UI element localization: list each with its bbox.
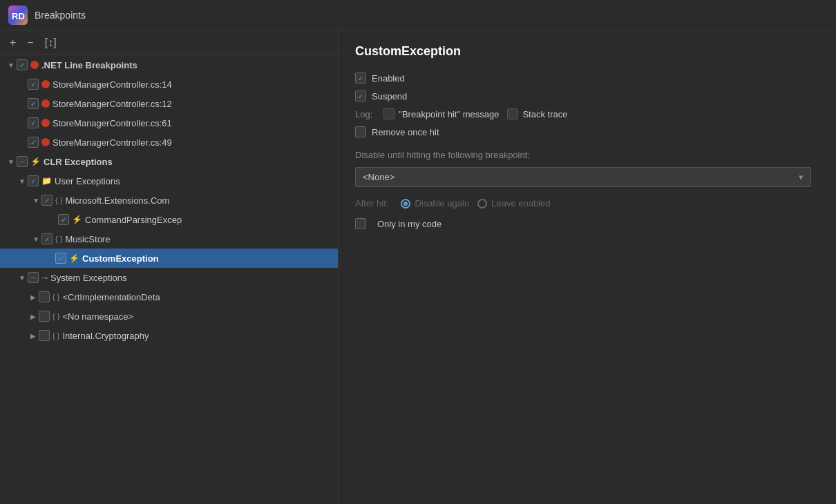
command-parsing-item[interactable]: ⚡ CommandParsingExcep: [0, 210, 338, 229]
system-exceptions-group[interactable]: ▼ ⊸ System Exceptions: [0, 268, 338, 287]
cmd-checkbox[interactable]: [58, 214, 69, 225]
custom-ex-label: CustomException: [82, 253, 159, 264]
ms-label: Microsoft.Extensions.Com: [65, 195, 169, 206]
disable-until-dropdown[interactable]: <None> ▾: [355, 167, 811, 187]
disable-again-radio-circle: [401, 199, 410, 209]
leave-enabled-radio[interactable]: Leave enabled: [477, 198, 550, 209]
folder-icon: 📁: [41, 176, 52, 186]
musicstore-group[interactable]: ▼ { } MusicStore: [0, 229, 338, 249]
lightning-icon: ⚡: [30, 157, 41, 166]
user-exceptions-label: User Exceptions: [55, 176, 120, 186]
noname-checkbox[interactable]: [39, 311, 50, 322]
user-exceptions-checkbox[interactable]: [28, 175, 39, 186]
suspend-checkbox[interactable]: [355, 90, 366, 101]
log-label: Log:: [355, 109, 372, 119]
left-panel: + − [↕] ▼ .NET Line Breakpoints StoreMan…: [0, 30, 339, 504]
only-in-my-code-checkbox[interactable]: [355, 218, 366, 229]
suspend-row: Suspend: [355, 90, 819, 101]
leave-enabled-radio-circle: [477, 199, 487, 209]
crt-checkbox[interactable]: [39, 291, 50, 302]
disable-again-label: Disable again: [415, 198, 469, 209]
custom-ex-lightning: ⚡: [69, 253, 79, 263]
enabled-row: Enabled: [355, 72, 819, 84]
noname-label: <No namespace>: [62, 311, 133, 322]
net-breakpoints-label: .NET Line Breakpoints: [41, 60, 137, 70]
cmd-lightning-icon: ⚡: [72, 215, 82, 224]
crt-arrow: ▶: [28, 293, 39, 301]
crt-item[interactable]: ▶ { } <CrtImplementationDeta: [0, 287, 338, 307]
internal-crypto-item[interactable]: ▶ { } Internal.Cryptography: [0, 326, 338, 345]
bp3-dot: [41, 119, 50, 127]
breakpoint-item-4[interactable]: StoreManagerController.cs:49: [0, 133, 338, 152]
app-logo: RD: [8, 6, 28, 25]
tree-toolbar: + − [↕]: [0, 30, 338, 55]
musicstore-checkbox[interactable]: [41, 233, 53, 244]
breakpoint-item-2[interactable]: StoreManagerController.cs:12: [0, 94, 338, 113]
clr-exceptions-group[interactable]: ▼ ⚡ CLR Exceptions: [0, 152, 338, 171]
ns-icon-5: { }: [53, 331, 59, 340]
bp4-label: StoreManagerController.cs:49: [53, 137, 172, 148]
breakpoint-item-1[interactable]: StoreManagerController.cs:14: [0, 75, 338, 94]
sys-arrow: ▼: [17, 274, 28, 282]
stack-trace-checkbox[interactable]: [507, 108, 518, 119]
after-hit-label: After hit:: [355, 198, 388, 209]
custom-ex-checkbox[interactable]: [55, 253, 66, 264]
bp3-checkbox[interactable]: [28, 117, 39, 128]
stack-trace-item: Stack trace: [507, 108, 567, 119]
enabled-label: Enabled: [372, 73, 405, 84]
enabled-checkbox[interactable]: [355, 72, 366, 84]
settings-button[interactable]: [↕]: [41, 35, 61, 50]
bp1-checkbox[interactable]: [28, 79, 39, 90]
user-exceptions-group[interactable]: ▼ 📁 User Exceptions: [0, 171, 338, 191]
svg-text:RD: RD: [12, 11, 25, 21]
clr-checkbox[interactable]: [17, 156, 28, 167]
bp1-label: StoreManagerController.cs:14: [53, 79, 172, 90]
net-breakpoints-group[interactable]: ▼ .NET Line Breakpoints: [0, 55, 338, 75]
bp4-checkbox[interactable]: [28, 137, 39, 148]
remove-once-hit-row: Remove once hit: [355, 126, 819, 137]
log-row: Log: "Breakpoint hit" message Stack trac…: [355, 108, 819, 119]
ms-arrow: ▼: [30, 197, 41, 204]
crypto-arrow: ▶: [28, 332, 39, 340]
net-breakpoints-checkbox[interactable]: [17, 59, 28, 70]
bp2-label: StoreManagerController.cs:12: [53, 99, 172, 109]
remove-once-hit-checkbox[interactable]: [355, 126, 366, 137]
detail-panel: CustomException Enabled Suspend Log: "Br…: [339, 30, 836, 504]
breakpoint-hit-msg-label: "Breakpoint hit" message: [399, 109, 499, 119]
breakpoint-hit-msg-checkbox[interactable]: [383, 108, 395, 119]
custom-exception-item[interactable]: ⚡ CustomException: [0, 249, 338, 268]
no-namespace-item[interactable]: ▶ { } <No namespace>: [0, 307, 338, 326]
none-option: <None>: [363, 172, 395, 182]
add-button[interactable]: +: [6, 35, 20, 50]
bp2-dot: [41, 99, 50, 108]
breakpoint-hit-msg-item: "Breakpoint hit" message: [383, 108, 499, 119]
ms-checkbox[interactable]: [41, 195, 53, 206]
net-breakpoints-dot: [30, 61, 39, 69]
disable-until-label: Disable until hitting the following brea…: [355, 150, 819, 160]
ms-extensions-group[interactable]: ▼ { } Microsoft.Extensions.Com: [0, 191, 338, 210]
user-exceptions-arrow: ▼: [17, 177, 28, 185]
remove-once-hit-label: Remove once hit: [372, 127, 439, 137]
title-bar: RD Breakpoints: [0, 0, 836, 30]
exception-title: CustomException: [355, 44, 819, 59]
remove-button[interactable]: −: [23, 35, 37, 50]
musicstore-label: MusicStore: [65, 234, 110, 244]
musicstore-arrow: ▼: [30, 235, 41, 243]
clr-label: CLR Exceptions: [44, 157, 113, 167]
sys-label: System Exceptions: [50, 273, 127, 283]
crypto-checkbox[interactable]: [39, 330, 50, 341]
chain-icon: ⊸: [41, 273, 48, 282]
bp4-dot: [41, 138, 50, 146]
bp2-checkbox[interactable]: [28, 98, 39, 109]
breakpoint-item-3[interactable]: StoreManagerController.cs:61: [0, 113, 338, 133]
after-hit-row: After hit: Disable again Leave enabled: [355, 198, 819, 209]
stack-trace-label: Stack trace: [522, 109, 567, 119]
only-in-my-code-row: Only in my code: [355, 218, 819, 229]
only-in-my-code-label: Only in my code: [377, 219, 441, 229]
sys-checkbox[interactable]: [28, 272, 39, 283]
window-title: Breakpoints: [35, 10, 86, 21]
disable-again-radio[interactable]: Disable again: [401, 198, 469, 209]
dropdown-arrow: ▾: [799, 172, 804, 182]
crypto-label: Internal.Cryptography: [62, 331, 149, 341]
clr-arrow: ▼: [6, 158, 17, 166]
